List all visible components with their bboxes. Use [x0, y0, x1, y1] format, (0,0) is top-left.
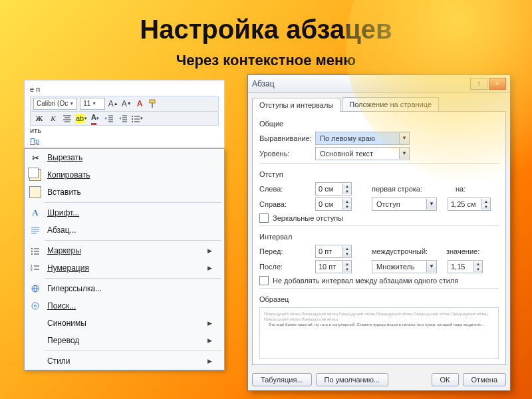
tabs-button[interactable]: Табуляция... [252, 373, 312, 386]
cut-icon: ✂ [29, 151, 42, 164]
svg-point-37 [32, 303, 39, 309]
font-size-select[interactable]: 11▼ [80, 98, 105, 110]
mini-toolbar: Calibri (Ос▼ 11▼ A▲ A▼ A [30, 96, 219, 112]
paragraph-icon [29, 223, 42, 237]
submenu-arrow-icon: ▶ [207, 320, 212, 327]
indent-left-spinner[interactable]: 0 см▲▼ [315, 182, 352, 196]
ctx-paragraph[interactable]: Абзац... [25, 221, 224, 239]
group-preview: Образец [259, 295, 499, 303]
decrease-indent-icon[interactable] [103, 113, 115, 124]
level-label: Уровень: [259, 150, 311, 158]
group-general: Общие [259, 120, 499, 128]
blank-icon [29, 354, 42, 368]
svg-text:2: 2 [31, 267, 33, 271]
grow-font-icon[interactable]: A▲ [108, 98, 118, 109]
italic-button[interactable]: К [47, 113, 59, 124]
font-icon: A [29, 206, 42, 219]
preview-box: Предыдущий абзац Предыдущий абзац Предыд… [259, 307, 499, 359]
bullets-icon[interactable]: ▾ [131, 113, 143, 124]
slide-subtitle: Через контекстное меню [0, 52, 532, 69]
ctx-bullets[interactable]: Маркеры ▶ [25, 242, 224, 259]
indent-right-spinner[interactable]: 0 см▲▼ [315, 198, 352, 211]
mini-toolbar-row2: Ж К ab▾ A▾ ▾ [30, 112, 219, 126]
group-indent: Отступ [259, 170, 499, 178]
doc-text-highlight: Пр [30, 137, 39, 145]
ctx-numbering[interactable]: 12 Нумерация ▶ [25, 259, 224, 277]
svg-rect-1 [152, 103, 153, 108]
increase-indent-icon[interactable] [117, 113, 129, 124]
default-button[interactable]: По умолчанию... [316, 373, 389, 386]
linespacing-label: междустрочный: [372, 247, 436, 255]
close-button[interactable]: ✕ [489, 78, 506, 90]
by-label: на: [456, 185, 466, 193]
at-spinner[interactable]: 1,15▲▼ [448, 260, 483, 273]
ctx-font[interactable]: A Шрифт... [25, 204, 224, 221]
document-fragment: е п Calibri (Ос▼ 11▼ A▲ A▼ A Ж К ab▾ A▾ … [24, 80, 225, 148]
by-spinner[interactable]: 1,25 см▲▼ [448, 198, 491, 211]
copy-icon [29, 168, 42, 182]
cancel-button[interactable]: Отмена [463, 373, 506, 386]
level-select[interactable]: Основной текст▼ [315, 147, 410, 160]
ctx-copy[interactable]: Копировать [25, 166, 224, 184]
tab-indents[interactable]: Отступы и интервалы [252, 98, 340, 112]
tab-position[interactable]: Положение на странице [342, 97, 439, 111]
firstline-label: первая строка: [372, 185, 436, 193]
numbering-icon: 12 [29, 261, 42, 275]
highlight-icon[interactable]: ab▾ [75, 113, 87, 124]
spacing-after-label: После: [259, 263, 311, 271]
dialog-titlebar: Абзац ? ✕ [248, 75, 510, 93]
submenu-arrow-icon: ▶ [207, 358, 212, 364]
blank-icon [29, 334, 42, 347]
spacing-before-spinner[interactable]: 0 пт▲▼ [315, 245, 352, 258]
svg-point-24 [31, 248, 33, 249]
context-menu: ✂ Вырезать Копировать Вставить A Шрифт..… [24, 148, 225, 370]
submenu-arrow-icon: ▶ [207, 247, 212, 254]
format-painter-icon[interactable] [148, 98, 158, 109]
doc-text: ить [30, 126, 41, 134]
alignment-select[interactable]: По левому краю▼ [315, 132, 410, 145]
nospace-checkbox[interactable]: Не добавлять интервал между абзацами одн… [259, 276, 499, 285]
ctx-search[interactable]: Поиск... [25, 297, 224, 315]
svg-point-25 [31, 251, 33, 252]
submenu-arrow-icon: ▶ [207, 337, 212, 344]
indent-left-label: Слева: [259, 185, 311, 193]
group-spacing: Интервал [259, 233, 499, 241]
ok-button[interactable]: ОК [432, 373, 459, 386]
font-name-select[interactable]: Calibri (Ос▼ [33, 98, 77, 110]
svg-point-15 [132, 118, 133, 120]
bold-button[interactable]: Ж [33, 113, 45, 124]
search-icon [29, 299, 42, 313]
mirror-checkbox[interactable]: Зеркальные отступы [259, 213, 499, 223]
left-composite: е п Calibri (Ос▼ 11▼ A▲ A▼ A Ж К ab▾ A▾ … [24, 80, 225, 370]
ctx-translate[interactable]: Перевод ▶ [25, 332, 224, 349]
ctx-hyperlink[interactable]: Гиперссылка... [25, 280, 224, 297]
indent-right-label: Справа: [259, 200, 311, 208]
slide-title: Настройка абзацев [0, 15, 532, 45]
font-color-icon[interactable]: A▾ [89, 113, 101, 124]
shrink-font-icon[interactable]: A▼ [121, 98, 132, 109]
help-button[interactable]: ? [470, 78, 487, 90]
firstline-select[interactable]: Отступ▼ [372, 198, 437, 211]
svg-point-16 [132, 121, 133, 122]
ctx-styles[interactable]: Стили ▶ [25, 352, 224, 370]
svg-point-26 [31, 253, 33, 255]
alignment-label: Выравнивание: [259, 134, 311, 142]
ctx-paste[interactable]: Вставить [25, 184, 224, 201]
hyperlink-icon [29, 282, 42, 295]
doc-text: е п [30, 85, 40, 93]
spacing-before-label: Перед: [259, 247, 311, 255]
center-align-icon[interactable] [61, 113, 73, 124]
paragraph-dialog: Абзац ? ✕ Отступы и интервалы Положение … [247, 74, 511, 391]
blank-icon [29, 317, 42, 330]
paste-icon [29, 186, 42, 199]
submenu-arrow-icon: ▶ [207, 265, 212, 271]
at-label: значение: [446, 247, 479, 255]
ctx-cut[interactable]: ✂ Вырезать [25, 149, 224, 166]
svg-point-14 [132, 116, 133, 117]
linespacing-select[interactable]: Множитель▼ [372, 260, 437, 273]
spacing-after-spinner[interactable]: 10 пт▲▼ [315, 260, 352, 273]
bullets-list-icon [29, 244, 42, 257]
ctx-synonyms[interactable]: Синонимы ▶ [25, 315, 224, 332]
svg-rect-0 [150, 100, 155, 103]
styles-icon[interactable]: A [134, 98, 145, 109]
